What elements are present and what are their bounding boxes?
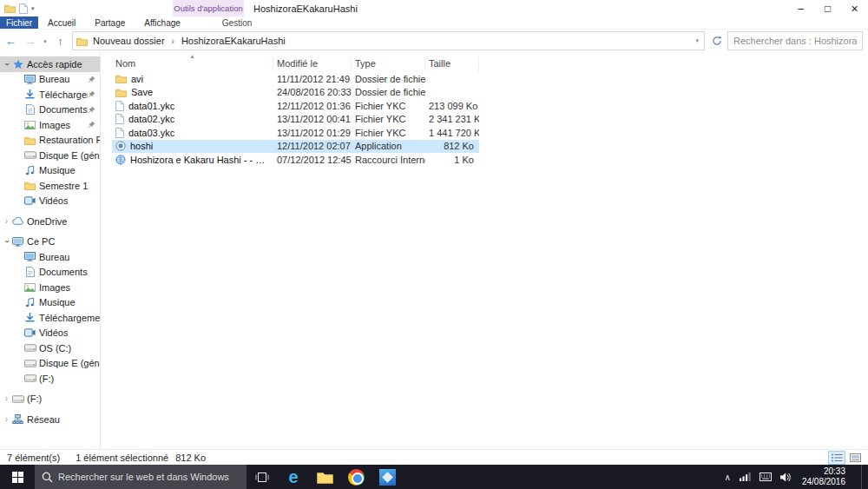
- file-row-data03-ykc[interactable]: data03.ykc13/11/2012 01:29Fichier YKC1 4…: [112, 126, 479, 140]
- expander-chevron-icon[interactable]: ›: [2, 217, 11, 226]
- sidebar-item-semestre-1[interactable]: Semestre 1: [0, 178, 100, 194]
- sidebar-item-label: Téléchargements: [39, 89, 88, 100]
- maximize-button[interactable]: □: [814, 0, 841, 17]
- network-icon[interactable]: [740, 472, 751, 481]
- tab-fichier[interactable]: Fichier: [0, 17, 38, 29]
- taskbar-clock[interactable]: 20:33 24/08/2016: [800, 466, 852, 488]
- tab-gestion[interactable]: Gestion: [213, 17, 261, 29]
- system-tray: ∧ 20:33 24/08/2016: [725, 465, 868, 489]
- file-icon: [115, 114, 124, 124]
- breadcrumb-separator-icon: ›: [170, 36, 176, 46]
- file-type-cell: Fichier YKC: [352, 114, 425, 124]
- qat-properties-icon[interactable]: [19, 3, 28, 14]
- pinned-app-icon[interactable]: [372, 465, 403, 489]
- folder-icon: [23, 135, 36, 145]
- context-tab-application-tools[interactable]: Outils d'application: [173, 0, 244, 17]
- file-type-cell: Application: [352, 141, 425, 151]
- thumbnails-view-button[interactable]: [847, 452, 863, 464]
- start-button[interactable]: [0, 465, 35, 489]
- sidebar-item-documents[interactable]: Documents: [0, 265, 100, 281]
- column-header-type[interactable]: Type: [352, 56, 425, 72]
- file-type-cell: Fichier YKC: [352, 128, 425, 138]
- touch-keyboard-icon[interactable]: [760, 472, 772, 481]
- sidebar-item-bureau[interactable]: Bureau: [0, 72, 100, 88]
- sidebar-item-f[interactable]: (F:): [0, 371, 100, 387]
- sidebar-item-f[interactable]: ›(F:): [0, 392, 100, 407]
- search-input[interactable]: [728, 32, 862, 50]
- show-desktop-button[interactable]: [861, 465, 865, 489]
- breadcrumb-parent[interactable]: Nouveau dossier: [91, 36, 167, 46]
- column-header-modifie-le[interactable]: Modifié le: [273, 56, 352, 72]
- file-type-cell: Fichier YKC: [352, 101, 425, 111]
- file-type-cell: Dossier de fichiers: [352, 87, 425, 97]
- desktop-icon: [23, 75, 36, 84]
- tab-accueil[interactable]: Accueil: [38, 17, 85, 29]
- sidebar-item-telechargements[interactable]: Téléchargements: [0, 310, 100, 326]
- up-button[interactable]: ↑: [51, 36, 69, 47]
- file-row-data02-ykc[interactable]: data02.ykc13/11/2012 00:41Fichier YKC2 3…: [112, 113, 479, 127]
- task-view-button[interactable]: [247, 465, 278, 489]
- sidebar-item-reseau[interactable]: ›Réseau: [0, 412, 100, 427]
- sidebar-item-videos[interactable]: Vidéos: [0, 194, 100, 209]
- sidebar-item-os-c[interactable]: OS (C:): [0, 340, 100, 356]
- breadcrumb-current[interactable]: HoshizoraEKakaruHashi: [180, 36, 287, 46]
- sidebar-item-restauration-pc[interactable]: Restauration PC: [0, 133, 100, 149]
- file-row-avi[interactable]: avi11/11/2012 21:49Dossier de fichiers: [112, 72, 479, 86]
- file-modified-cell: 13/11/2012 00:41: [273, 114, 352, 124]
- tab-affichage[interactable]: Affichage: [135, 17, 190, 29]
- file-type-cell: Dossier de fichiers: [352, 74, 425, 84]
- file-row-data01-ykc[interactable]: data01.ykc12/11/2012 01:36Fichier YKC213…: [112, 99, 479, 113]
- drive-icon: [23, 360, 36, 367]
- column-header-taille[interactable]: Taille: [425, 56, 479, 72]
- sidebar-item-acces-rapide[interactable]: ›Accès rapide: [0, 56, 100, 72]
- sidebar-item-disque-e-generalen[interactable]: Disque E (généralen: [0, 148, 100, 163]
- content: ›Accès rapideBureauTéléchargementsDocume…: [0, 52, 868, 449]
- pin-icon: [88, 121, 100, 129]
- back-button[interactable]: ←: [2, 36, 20, 47]
- computer-icon: [11, 237, 24, 247]
- taskbar-search-input[interactable]: [58, 472, 240, 482]
- recent-locations-chevron-icon[interactable]: ▾: [40, 38, 50, 44]
- sidebar-item-label: Documents: [39, 104, 88, 115]
- windows-logo-icon: [12, 472, 23, 483]
- sidebar-item-telechargements[interactable]: Téléchargements: [0, 87, 100, 102]
- file-row-hoshi[interactable]: hoshi12/11/2012 02:07Application812 Ko: [112, 140, 479, 154]
- address-toolbar: ← → ▾ ↑ Nouveau dossier › HoshizoraEKaka…: [0, 30, 868, 52]
- expander-chevron-icon[interactable]: ›: [3, 59, 11, 69]
- address-bar[interactable]: Nouveau dossier › HoshizoraEKakaruHashi …: [72, 31, 705, 50]
- expander-chevron-icon[interactable]: ›: [2, 394, 11, 403]
- drive-icon: [23, 344, 36, 352]
- qat-chevron-down-icon[interactable]: ▾: [31, 5, 35, 12]
- expander-chevron-icon[interactable]: ›: [2, 415, 11, 424]
- address-dropdown-chevron-icon[interactable]: ▾: [695, 37, 700, 44]
- sidebar-item-documents[interactable]: Documents: [0, 102, 100, 118]
- sidebar-item-onedrive[interactable]: ›OneDrive: [0, 214, 100, 229]
- details-view-button[interactable]: [829, 452, 845, 464]
- expander-chevron-icon[interactable]: ›: [3, 237, 11, 247]
- refresh-button[interactable]: [707, 31, 727, 50]
- minimize-button[interactable]: –: [787, 0, 814, 17]
- sidebar-item-musique[interactable]: Musique: [0, 163, 100, 179]
- volume-icon[interactable]: [780, 472, 792, 482]
- sidebar-item-ce-pc[interactable]: ›Ce PC: [0, 235, 100, 250]
- column-header-nom[interactable]: ▲ Nom: [112, 56, 273, 72]
- file-modified-cell: 24/08/2016 20:33: [273, 87, 352, 97]
- forward-button[interactable]: →: [21, 36, 39, 47]
- edge-icon[interactable]: e: [278, 465, 309, 489]
- file-row-save[interactable]: Save24/08/2016 20:33Dossier de fichiers: [112, 86, 479, 100]
- sidebar-item-bureau[interactable]: Bureau: [0, 249, 100, 265]
- file-row-hoshizora-e-kakaru-hashi-erogegame[interactable]: Hoshizora e Kakaru Hashi - - ErogeGame..…: [112, 153, 479, 167]
- file-explorer-icon[interactable]: [309, 465, 340, 489]
- sidebar-item-images[interactable]: Images: [0, 117, 100, 133]
- items-count: 7 élément(s): [7, 453, 60, 463]
- sidebar-item-videos[interactable]: Vidéos: [0, 326, 100, 341]
- tab-partage[interactable]: Partage: [85, 17, 135, 29]
- chrome-icon[interactable]: [340, 465, 372, 489]
- close-button[interactable]: ×: [841, 0, 868, 17]
- file-size-cell: 1 441 720 Ko: [425, 128, 479, 138]
- file-modified-cell: 12/11/2012 02:07: [273, 141, 352, 151]
- hidden-icons-chevron-icon[interactable]: ∧: [725, 472, 731, 482]
- sidebar-item-images[interactable]: Images: [0, 280, 100, 295]
- sidebar-item-disque-e-generalen[interactable]: Disque E (généralen: [0, 356, 100, 372]
- sidebar-item-musique[interactable]: Musique: [0, 295, 100, 311]
